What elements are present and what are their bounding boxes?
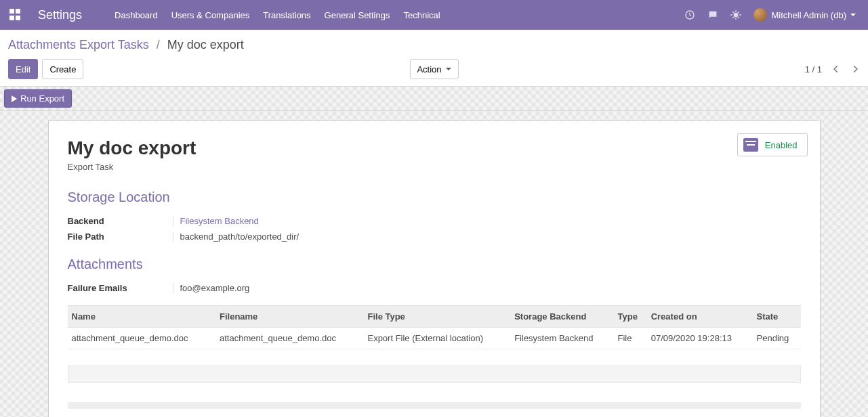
pager-prev-icon[interactable] [831,64,841,74]
th-storage-backend[interactable]: Storage Backend [510,306,613,328]
breadcrumb-current: My doc export [167,38,244,51]
edit-button[interactable]: Edit [8,59,38,79]
table-footer [68,366,801,383]
th-state[interactable]: State [753,306,801,328]
form-sheet: Enabled My doc export Export Task Storag… [48,120,821,417]
field-value-backend[interactable]: Filesystem Backend [180,216,259,226]
pager-next-icon[interactable] [850,64,860,74]
cell-backend: Filesystem Backend [510,328,613,349]
field-label-filepath: File Path [68,232,173,242]
cell-type: File [614,328,647,349]
run-export-label: Run Export [20,93,64,104]
record-subtitle: Export Task [68,162,801,172]
cell-state: Pending [753,328,801,349]
archive-icon [743,138,758,152]
pager-text: 1 / 1 [805,64,822,74]
cell-created: 07/09/2020 19:28:13 [647,328,753,349]
breadcrumb: Attachments Export Tasks / My doc export [8,38,860,52]
th-filename[interactable]: Filename [215,306,363,328]
statusbar: Run Export [0,87,868,111]
run-export-button[interactable]: Run Export [4,89,72,108]
user-name: Mitchell Admin (db) [771,10,846,20]
app-brand[interactable]: Settings [38,8,82,22]
chevron-down-icon [446,68,451,70]
user-menu[interactable]: Mitchell Admin (db) [753,8,856,22]
cell-name: attachment_queue_demo.doc [68,328,215,349]
status-badge[interactable]: Enabled [737,133,808,156]
breadcrumb-parent[interactable]: Attachments Export Tasks [8,38,149,51]
action-dropdown[interactable]: Action [409,59,458,79]
field-value-failure-emails: foo@example.org [173,283,250,293]
apps-icon[interactable] [9,9,22,21]
nav-link-general-settings[interactable]: General Settings [325,10,390,20]
nav-link-translations[interactable]: Translations [263,10,310,20]
activities-icon[interactable] [684,9,695,20]
record-title: My doc export [68,137,801,159]
field-label-backend: Backend [68,216,173,226]
table-header-row: Name Filename File Type Storage Backend … [68,306,801,328]
play-icon [12,95,17,102]
form-background: Enabled My doc export Export Task Storag… [0,111,868,417]
table-row[interactable]: attachment_queue_demo.doc attachment_que… [68,328,801,349]
section-storage-location: Storage Location [68,190,801,205]
control-panel: Attachments Export Tasks / My doc export… [0,30,868,87]
th-filetype[interactable]: File Type [363,306,510,328]
nav-links: Dashboard Users & Companies Translations… [115,10,440,20]
top-navbar: Settings Dashboard Users & Companies Tra… [0,0,868,30]
nav-link-users[interactable]: Users & Companies [171,10,250,20]
svg-point-1 [734,13,739,18]
table-footer-bar [68,402,801,409]
attachments-table: Name Filename File Type Storage Backend … [68,305,801,349]
th-name[interactable]: Name [68,306,215,328]
chevron-down-icon [850,14,856,16]
breadcrumb-sep: / [152,38,164,51]
create-button[interactable]: Create [42,59,83,79]
debug-icon[interactable] [730,9,741,20]
cell-filename: attachment_queue_demo.doc [215,328,363,349]
field-label-failure-emails: Failure Emails [68,283,173,293]
nav-link-dashboard[interactable]: Dashboard [115,10,158,20]
th-created-on[interactable]: Created on [647,306,753,328]
status-label: Enabled [765,140,798,150]
section-attachments: Attachments [68,257,801,272]
avatar [753,8,767,22]
nav-link-technical[interactable]: Technical [403,10,440,20]
th-type[interactable]: Type [614,306,647,328]
cell-filetype: Export File (External location) [363,328,510,349]
field-value-filepath: backend_path/to/exported_dir/ [173,232,299,242]
messages-icon[interactable] [707,9,718,20]
action-label: Action [417,64,441,74]
